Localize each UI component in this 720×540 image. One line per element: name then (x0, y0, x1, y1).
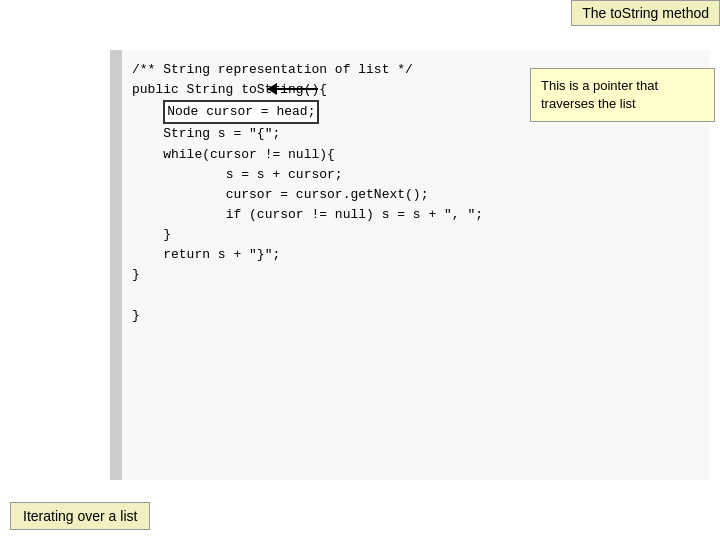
code-line-1: /** String representation of list */ (132, 62, 413, 77)
annotation-box: This is a pointer that traverses the lis… (530, 68, 715, 122)
code-line-8: if (cursor != null) s = s + ", "; (194, 207, 483, 222)
annotation-arrow (268, 88, 318, 90)
code-line-4: String s = "{"; (163, 126, 280, 141)
arrow-container (268, 88, 318, 90)
bottom-label: Iterating over a list (10, 502, 150, 530)
code-line-3-highlighted: Node cursor = head; (163, 100, 319, 124)
code-line-12: } (132, 308, 140, 323)
code-line-9: } (163, 227, 171, 242)
code-line-7: cursor = cursor.getNext(); (194, 187, 428, 202)
left-bar (110, 50, 120, 480)
code-line-10: return s + "}"; (163, 247, 280, 262)
code-line-5: while(cursor != null){ (163, 147, 335, 162)
code-line-6: s = s + cursor; (194, 167, 342, 182)
code-line-11: } (132, 267, 140, 282)
code-block: /** String representation of list */ pub… (132, 60, 483, 326)
title-bar: The toString method (571, 0, 720, 26)
